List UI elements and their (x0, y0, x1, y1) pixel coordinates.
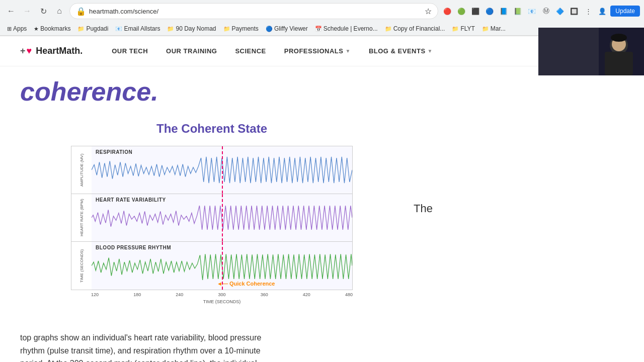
extension-icon-4[interactable]: 🔵 (484, 5, 496, 17)
nav-science[interactable]: SCIENCE (226, 36, 275, 66)
update-button[interactable]: Update (610, 6, 640, 17)
svg-rect-7 (605, 52, 633, 75)
toolbar-right: 🔴 🟢 ⬛ 🔵 📘 📗 📧 Ⓜ 🔷 🔲 ⋮ 👤 Update (441, 5, 640, 17)
hrv-label: HEART RATE VARIABILITY (96, 197, 166, 203)
dashed-line-1 (222, 146, 223, 194)
profile-avatar[interactable]: 👤 (596, 5, 608, 17)
nav-professionals[interactable]: PROFESSIONALS ▼ (275, 36, 360, 66)
bookmarks-icon: ★ (34, 26, 39, 32)
chart-section: The Coherent State AMPLITUDE (MV) RESPIR… (71, 122, 353, 306)
bookmark-email[interactable]: 📧 Email Allstars (112, 24, 163, 33)
nav-blog-events[interactable]: BLOG & EVENTS ▼ (360, 36, 442, 66)
extension-icon-10[interactable]: 🔲 (568, 5, 580, 17)
bookmark-mar-label: Mar... (491, 25, 506, 32)
forward-button[interactable]: → (20, 4, 34, 18)
back-button[interactable]: ← (4, 4, 18, 18)
lock-icon: 🔒 (76, 7, 86, 16)
bookmark-financial[interactable]: 📁 Copy of Financial... (382, 24, 448, 33)
extension-icon-7[interactable]: 📧 (526, 5, 538, 17)
bookmark-bookmarks[interactable]: ★ Bookmarks (31, 24, 73, 33)
home-button[interactable]: ⌂ (52, 4, 66, 18)
bookmark-payments-label: Payments (232, 25, 259, 32)
hrv-y-label: HEART RATE (BPM) (71, 194, 92, 241)
website: + ♥ HeartMath. OUR TECH OUR TRAINING SCI… (0, 36, 644, 362)
bookmark-mar[interactable]: 📁 Mar... (479, 24, 509, 33)
plus-icon: + (20, 46, 26, 56)
folder-icon-1: 📁 (77, 26, 85, 32)
bookmark-pugdadi-label: Pugdadi (86, 25, 108, 32)
bookmark-email-label: Email Allstars (124, 25, 160, 32)
hrv-chart-area: HEART RATE VARIABILITY (92, 194, 352, 241)
svg-point-8 (611, 34, 627, 42)
extension-icon-1[interactable]: 🔴 (441, 5, 453, 17)
respiration-y-label: AMPLITUDE (MV) (71, 146, 92, 194)
bp-y-label: TIME (SECONDS) (71, 242, 92, 290)
x-label-480: 480 (345, 292, 353, 297)
bookmark-payments[interactable]: 📁 Payments (220, 24, 262, 33)
bookmark-flyt[interactable]: 📁 FLYT (449, 24, 477, 33)
extension-icon-9[interactable]: 🔷 (554, 5, 566, 17)
dashed-line-3 (222, 242, 223, 290)
hrv-panel: HEART RATE (BPM) HEART RATE VARIABILITY (71, 194, 352, 242)
bookmark-gliffy[interactable]: 🔵 Gliffy Viewer (263, 24, 311, 33)
star-icon[interactable]: ☆ (425, 7, 432, 16)
x-label-300: 300 (218, 292, 226, 297)
x-axis: 120 180 240 300 360 420 480 (71, 290, 353, 299)
bookmark-schedule-label: Schedule | Everno... (324, 25, 378, 32)
nav-buttons: ← → ↻ ⌂ (4, 4, 66, 18)
url-input[interactable] (89, 8, 422, 15)
bookmark-apps[interactable]: ⊞ Apps (4, 24, 30, 33)
body-text: top graphs show an individual's heart ra… (20, 326, 392, 362)
browser-toolbar: ← → ↻ ⌂ 🔒 ☆ 🔴 🟢 ⬛ 🔵 📘 📗 📧 Ⓜ 🔷 🔲 ⋮ 👤 Upda… (0, 0, 644, 22)
respiration-chart-area: RESPIRATION (92, 146, 352, 194)
bookmark-nomad-label: 90 Day Nomad (176, 25, 216, 32)
reload-button[interactable]: ↻ (36, 4, 50, 18)
body-text-3: period. At the 300-second mark (center d… (20, 357, 392, 362)
x-axis-title: TIME (SECONDS) (91, 299, 353, 306)
bookmark-bookmarks-label: Bookmarks (40, 25, 70, 32)
logo-icon: + ♥ (20, 46, 32, 56)
bookmark-pugdadi[interactable]: 📁 Pugdadi (74, 24, 111, 33)
bookmark-apps-label: Apps (13, 25, 27, 32)
bp-label: BLOOD PRESSURE RHYTHM (96, 245, 171, 250)
extension-icon-3[interactable]: ⬛ (469, 5, 481, 17)
nav-our-training[interactable]: OUR TRAINING (157, 36, 226, 66)
video-overlay (538, 28, 644, 75)
gliffy-icon: 🔵 (266, 26, 273, 32)
x-label-180: 180 (133, 292, 141, 297)
bookmark-schedule[interactable]: 📅 Schedule | Everno... (312, 24, 381, 33)
nav-our-training-label: OUR TRAINING (166, 47, 217, 55)
extensions-button[interactable]: ⋮ (582, 5, 594, 17)
logo[interactable]: + ♥ HeartMath. (20, 46, 83, 56)
extension-icon-2[interactable]: 🟢 (455, 5, 467, 17)
logo-text: HeartMath. (36, 46, 83, 56)
bookmark-gliffy-label: Gliffy Viewer (274, 25, 308, 32)
body-text-1: top graphs show an individual's heart ra… (20, 331, 392, 344)
bookmark-financial-label: Copy of Financial... (393, 25, 445, 32)
extension-icon-6[interactable]: 📗 (512, 5, 524, 17)
x-label-360: 360 (261, 292, 268, 297)
side-text: The (414, 122, 433, 215)
quick-coherence-label: ◄— Quick Coherence (217, 281, 275, 287)
x-label-420: 420 (303, 292, 310, 297)
bp-chart-area: BLOOD PRESSURE RHYTHM ◄— Quick Coherence (92, 242, 352, 290)
bp-panel: TIME (SECONDS) BLOOD PRESSURE RHYTHM ◄— … (71, 242, 352, 290)
dashed-line-2 (222, 194, 223, 241)
respiration-panel: AMPLITUDE (MV) RESPIRATION (71, 146, 352, 194)
address-bar[interactable]: 🔒 ☆ (69, 3, 438, 19)
video-thumbnail (538, 28, 644, 75)
bookmark-flyt-label: FLYT (460, 25, 474, 32)
chevron-down-icon-2: ▼ (428, 48, 433, 54)
chevron-down-icon-1: ▼ (346, 48, 351, 54)
extension-icon-8[interactable]: Ⓜ (540, 5, 552, 17)
x-axis-labels: 120 180 240 300 360 420 480 (91, 292, 353, 297)
hero-text: coherence. (20, 66, 433, 122)
nav-our-tech-label: OUR TECH (112, 47, 148, 55)
extension-icon-5[interactable]: 📘 (498, 5, 510, 17)
page-content: coherence. The Coherent State AMPLITUDE … (0, 66, 453, 362)
x-label-240: 240 (176, 292, 183, 297)
bookmark-nomad[interactable]: 📁 90 Day Nomad (164, 24, 219, 33)
body-text-2: rhythm (pulse transit time), and respira… (20, 344, 392, 357)
folder-icon-3: 📁 (223, 26, 230, 32)
nav-our-tech[interactable]: OUR TECH (103, 36, 157, 66)
